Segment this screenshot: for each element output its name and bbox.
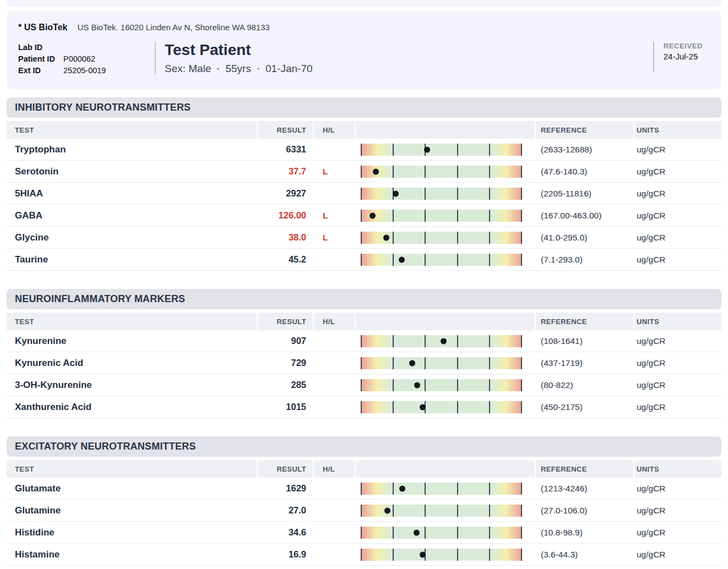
received-label: RECEIVED bbox=[664, 42, 703, 50]
test-row: 3-OH-Kynurenine 285 (80-822) ug/gCR bbox=[7, 374, 721, 396]
lab-id-label: Lab ID bbox=[18, 43, 63, 52]
range-bar-cell bbox=[356, 401, 535, 413]
range-bar-cell bbox=[356, 527, 535, 539]
range-bar-cell bbox=[356, 166, 535, 178]
range-tick bbox=[393, 357, 394, 369]
range-tick bbox=[457, 401, 458, 413]
section-header-band: EXCITATORY NEUROTRANSMITTERS bbox=[7, 436, 721, 457]
range-tick bbox=[393, 483, 394, 495]
test-row: Serotonin 37.7 L (47.6-140.3) ug/gCR bbox=[7, 161, 721, 183]
test-name: Xanthurenic Acid bbox=[7, 402, 257, 413]
range-tick bbox=[521, 357, 522, 369]
range-tick bbox=[521, 505, 522, 517]
column-header-bar-spacer bbox=[356, 313, 535, 330]
reference-range-bar bbox=[361, 166, 522, 178]
result-marker-dot bbox=[420, 404, 426, 410]
result-value: 126.00 bbox=[258, 210, 313, 221]
column-header-hl: H/L bbox=[314, 460, 355, 478]
test-row: GABA 126.00 L (167.00-463.00) ug/gCR bbox=[7, 205, 721, 227]
reference-range-bar bbox=[361, 483, 522, 495]
reference-range-bar bbox=[361, 505, 522, 517]
range-tick bbox=[489, 379, 490, 391]
range-tick bbox=[521, 483, 522, 495]
range-tick bbox=[361, 379, 362, 391]
column-header-result: RESULT bbox=[258, 313, 313, 330]
result-value: 729 bbox=[258, 358, 313, 368]
range-tick bbox=[457, 527, 458, 539]
units: ug/gCR bbox=[634, 189, 721, 199]
range-tick bbox=[457, 483, 458, 495]
table-header-row: TEST RESULT H/L REFERENCE UNITS bbox=[7, 121, 721, 139]
range-tick bbox=[489, 505, 490, 517]
range-tick bbox=[361, 210, 362, 222]
range-tick bbox=[521, 335, 522, 347]
hl-flag: L bbox=[314, 211, 355, 220]
reference-range: (47.6-140.3) bbox=[536, 167, 633, 177]
patient-demographics: Sex: Male 55yrs 01-Jan-70 bbox=[165, 63, 653, 75]
result-marker-dot bbox=[414, 382, 420, 388]
reference-range: (7.1-293.0) bbox=[536, 255, 633, 265]
column-header-test: TEST bbox=[7, 313, 257, 330]
column-header-test: TEST bbox=[7, 460, 257, 478]
lab-report-page: * US BioTek US BioTek. 16020 Linden Av N… bbox=[0, 0, 728, 569]
result-marker-dot bbox=[393, 190, 399, 196]
patient-sex: Sex: Male bbox=[165, 63, 211, 75]
range-bar-cell bbox=[356, 357, 535, 369]
range-tick bbox=[489, 527, 490, 539]
result-value: 34.6 bbox=[258, 527, 313, 538]
range-tick bbox=[425, 379, 426, 391]
range-tick bbox=[457, 144, 458, 156]
range-tick bbox=[521, 166, 522, 178]
range-tick bbox=[489, 188, 490, 200]
range-tick bbox=[361, 549, 362, 561]
range-tick bbox=[425, 166, 426, 178]
result-marker-dot bbox=[399, 485, 405, 491]
test-row: Glutamate 1629 (1213-4246) ug/gCR bbox=[7, 478, 721, 500]
column-header-units: UNITS bbox=[634, 313, 721, 330]
result-value: 45.2 bbox=[258, 254, 313, 265]
test-row: Taurine 45.2 (7.1-293.0) ug/gCR bbox=[7, 249, 721, 271]
reference-range-bar bbox=[361, 379, 522, 391]
range-tick bbox=[489, 401, 490, 413]
result-value: 1629 bbox=[258, 483, 313, 494]
range-tick bbox=[489, 335, 490, 347]
usbiotek-logo: * US BioTek bbox=[18, 23, 68, 32]
test-row: Tryptophan 6331 (2633-12688) ug/gCR bbox=[7, 139, 721, 161]
column-header-result: RESULT bbox=[258, 460, 313, 478]
reference-range: (108-1641) bbox=[536, 336, 633, 346]
range-tick bbox=[489, 144, 490, 156]
range-tick bbox=[393, 254, 394, 266]
result-marker-dot bbox=[384, 507, 390, 513]
range-bar-cell bbox=[356, 210, 535, 222]
units: ug/gCR bbox=[634, 358, 721, 368]
separator-dot-icon bbox=[257, 68, 259, 70]
result-marker-dot bbox=[383, 234, 389, 240]
table-header-row: TEST RESULT H/L REFERENCE UNITS bbox=[7, 313, 721, 330]
range-tick bbox=[425, 188, 426, 200]
range-tick bbox=[361, 144, 362, 156]
units: ug/gCR bbox=[634, 484, 721, 494]
test-name: Kynurenine bbox=[7, 336, 257, 347]
result-value: 285 bbox=[258, 380, 313, 390]
section-title: INHIBITORY NEUROTRANSMITTERS bbox=[15, 102, 191, 113]
units: ug/gCR bbox=[634, 402, 721, 412]
result-value: 2927 bbox=[258, 188, 313, 199]
column-header-reference: REFERENCE bbox=[536, 460, 633, 478]
column-header-result: RESULT bbox=[258, 121, 313, 139]
range-tick bbox=[457, 210, 458, 222]
result-value: 16.9 bbox=[258, 549, 313, 560]
patient-dob: 01-Jan-70 bbox=[265, 63, 313, 75]
range-tick bbox=[521, 210, 522, 222]
test-row: Histidine 34.6 (10.8-98.9) ug/gCR bbox=[7, 522, 721, 544]
reference-range: (2633-12688) bbox=[536, 145, 633, 155]
range-tick bbox=[393, 232, 394, 244]
range-tick bbox=[489, 232, 490, 244]
range-tick bbox=[361, 335, 362, 347]
test-row: Kynurenine 907 (108-1641) ug/gCR bbox=[7, 330, 721, 352]
range-bar-cell bbox=[356, 379, 535, 391]
section-header-band: INHIBITORY NEUROTRANSMITTERS bbox=[7, 97, 721, 118]
test-name: 5HIAA bbox=[7, 188, 257, 199]
result-marker-dot bbox=[399, 256, 405, 262]
range-tick bbox=[361, 254, 362, 266]
patient-info-row: Lab ID Patient ID P000062 Ext ID 25205-0… bbox=[18, 42, 710, 75]
